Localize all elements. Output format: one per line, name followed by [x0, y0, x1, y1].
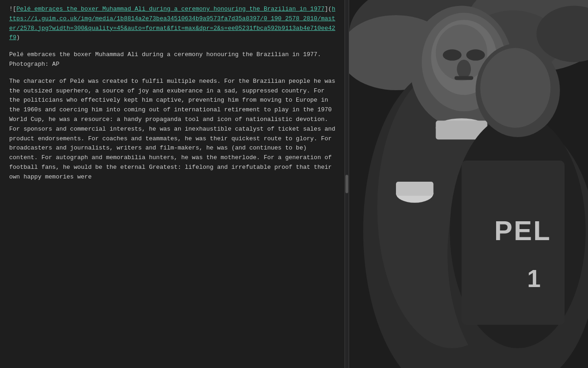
alt-text: Pelé embraces the boxer Muhammad Ali dur…	[17, 6, 325, 12]
markdown-bracket-close: ](	[325, 6, 332, 12]
photo-container: PEL 1	[349, 0, 588, 368]
svg-rect-28	[349, 0, 588, 368]
photo-svg: PEL 1	[349, 0, 588, 368]
scrollbar-thumb[interactable]	[345, 175, 348, 193]
scrollbar[interactable]	[345, 0, 349, 368]
url-close: )	[17, 34, 20, 41]
markdown-image-line: ![Pelé embraces the boxer Muhammad Ali d…	[9, 5, 335, 43]
body-text: The character of Pelé was created to ful…	[9, 77, 335, 182]
markdown-prefix: !	[9, 6, 13, 12]
caption: Pelé embraces the boxer Muhammad Ali dur…	[9, 50, 335, 69]
right-panel: PEL 1	[349, 0, 588, 368]
markdown-bracket-open: [	[13, 6, 17, 12]
left-panel: ![Pelé embraces the boxer Muhammad Ali d…	[0, 0, 345, 368]
